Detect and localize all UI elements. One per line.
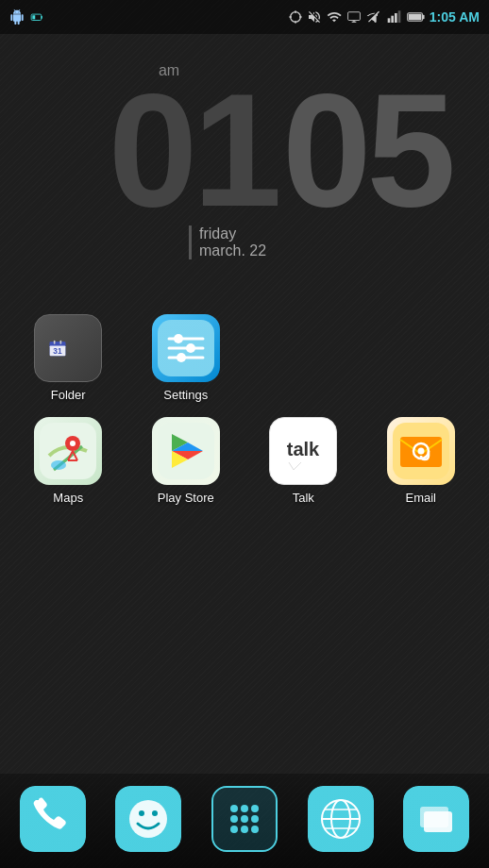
app-talk[interactable]: talk Talk	[244, 409, 363, 512]
svg-point-34	[51, 460, 66, 470]
dock-apps-launcher[interactable]	[211, 786, 278, 852]
dock-browser[interactable]	[308, 786, 374, 852]
svg-rect-22	[54, 341, 56, 344]
svg-point-30	[177, 353, 186, 362]
svg-point-61	[251, 826, 259, 833]
status-right-icons: 1:05 AM	[288, 9, 480, 25]
svg-rect-70	[424, 811, 452, 832]
dock-browser-icon	[308, 786, 374, 852]
clock-date-str: march. 22	[199, 242, 451, 259]
email-icon-container	[387, 417, 455, 485]
playstore-icon-container	[152, 417, 220, 485]
maps-label: Maps	[53, 491, 83, 505]
svg-text:talk: talk	[287, 439, 320, 459]
svg-point-55	[251, 805, 259, 812]
svg-point-49	[129, 800, 167, 838]
dock	[0, 774, 489, 868]
svg-rect-1	[32, 15, 35, 19]
wifi-icon	[326, 9, 343, 25]
clock-minute: 05	[282, 70, 451, 230]
playstore-label: Play Store	[158, 491, 214, 505]
svg-point-57	[241, 815, 248, 823]
svg-point-59	[230, 826, 238, 833]
app-grid: 31 Folder	[0, 288, 489, 512]
target-icon	[288, 9, 303, 25]
status-left-icons	[9, 9, 43, 25]
maps-icon-container	[34, 417, 102, 485]
dock-apps-icon	[211, 786, 278, 852]
svg-rect-31	[40, 423, 96, 479]
svg-rect-8	[347, 12, 360, 21]
app-folder[interactable]: 31 Folder	[9, 307, 127, 409]
clock-widget: am 01 05 friday march. 22	[0, 34, 489, 269]
talk-label: Talk	[293, 491, 314, 505]
folder-icon: 31	[34, 314, 102, 382]
signal-x-icon	[365, 9, 382, 25]
settings-label: Settings	[163, 388, 208, 402]
dock-tasks-icon	[403, 786, 469, 852]
svg-point-28	[174, 334, 183, 343]
svg-rect-17	[422, 15, 424, 19]
svg-point-50	[139, 810, 144, 816]
settings-icon-container	[152, 314, 220, 382]
clock-display: 01 05	[0, 70, 451, 230]
talk-icon-container: talk	[269, 417, 337, 485]
battery-full-icon	[407, 10, 426, 24]
dock-phone-icon	[20, 786, 86, 852]
svg-point-51	[152, 810, 158, 816]
signal-bars-icon	[386, 9, 403, 25]
svg-text:31: 31	[53, 346, 62, 356]
folder-label: Folder	[51, 388, 86, 402]
battery-low-icon	[30, 10, 43, 24]
email-label: Email	[405, 491, 436, 505]
dock-phone[interactable]	[20, 786, 86, 852]
svg-rect-12	[391, 16, 394, 23]
svg-point-60	[241, 826, 248, 833]
svg-point-46	[417, 448, 424, 455]
svg-rect-13	[395, 13, 397, 23]
svg-point-33	[70, 441, 76, 446]
svg-rect-2	[42, 16, 42, 19]
svg-rect-47	[20, 786, 86, 852]
svg-point-29	[186, 343, 195, 353]
svg-point-56	[230, 815, 238, 823]
dock-contacts[interactable]	[115, 786, 181, 852]
svg-point-54	[241, 805, 248, 812]
svg-point-53	[230, 805, 238, 812]
svg-point-3	[290, 12, 300, 23]
screen-icon	[346, 10, 362, 24]
status-bar: 1:05 AM	[0, 0, 489, 34]
svg-rect-23	[59, 341, 61, 344]
app-email[interactable]: Email	[363, 409, 481, 512]
android-icon	[9, 9, 25, 25]
volume-mute-icon	[307, 9, 322, 25]
svg-rect-16	[409, 14, 422, 20]
clock-hour: 01	[109, 70, 278, 230]
app-playstore[interactable]: Play Store	[127, 409, 245, 512]
status-time: 1:05 AM	[430, 9, 480, 25]
app-settings[interactable]: Settings	[127, 307, 245, 409]
dock-contacts-icon	[115, 786, 181, 852]
svg-rect-11	[387, 18, 390, 23]
dock-tasks[interactable]	[403, 786, 469, 852]
svg-rect-14	[397, 10, 400, 23]
app-maps[interactable]: Maps	[9, 409, 127, 512]
svg-point-58	[251, 815, 259, 823]
